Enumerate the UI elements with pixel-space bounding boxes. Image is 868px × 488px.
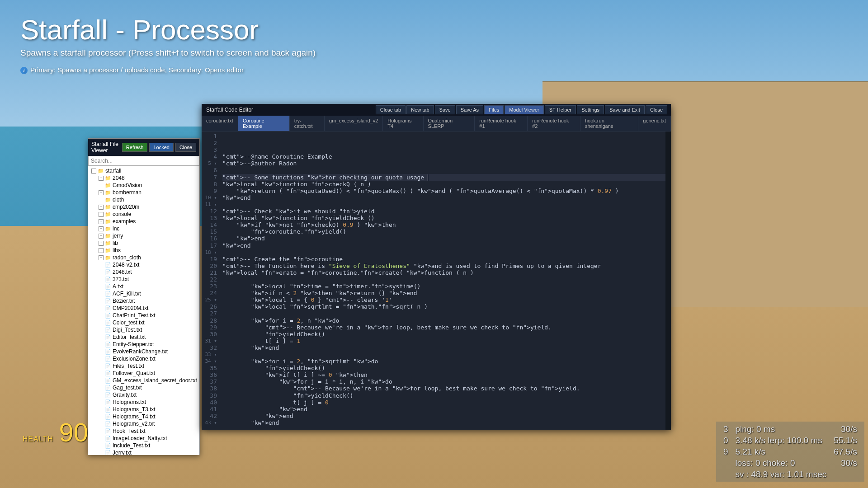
file-node[interactable]: 📄Holograms_T3.txt [90, 406, 198, 413]
file-node[interactable]: 📄Include_Test.txt [90, 442, 198, 449]
close-button[interactable]: Close [175, 143, 196, 152]
file-node[interactable]: 📄Jerry.txt [90, 449, 198, 455]
file-node[interactable]: 📄Digi_Test.txt [90, 326, 198, 333]
expand-icon[interactable]: + [99, 248, 104, 253]
folder-icon: 📁 [105, 240, 111, 246]
minimap[interactable] [665, 131, 671, 430]
folder-icon: 📁 [105, 226, 111, 232]
folder-icon: 📁 [105, 204, 111, 210]
expand-icon[interactable]: + [99, 212, 104, 217]
tab-holograms-t4[interactable]: Holograms T4 [383, 116, 423, 131]
folder-node[interactable]: +📁examples [90, 218, 198, 225]
folder-node[interactable]: 📁GmodVision [90, 182, 198, 189]
file-node[interactable]: 📄Gravity.txt [90, 391, 198, 399]
toolbar-save[interactable]: Save [435, 105, 455, 114]
tab-hook-run-shenanigans[interactable]: hook.run shenanigans [580, 116, 638, 131]
toolbar-save-and-exit[interactable]: Save and Exit [605, 105, 645, 114]
toolbar-save-as[interactable]: Save As [456, 105, 483, 114]
file-node[interactable]: 📄Holograms_T4.txt [90, 413, 198, 420]
folder-icon: 📁 [105, 197, 111, 203]
file-node[interactable]: 📄GM_excess_island_secret_door.txt [90, 377, 198, 384]
folder-node[interactable]: +📁lib [90, 239, 198, 247]
file-viewer-titlebar[interactable]: Starfall File Viewer Refresh Locked Clos… [88, 139, 199, 156]
file-node[interactable]: 📄2048.txt [90, 268, 198, 276]
file-node[interactable]: 📄ImageLoader_Natty.txt [90, 435, 198, 442]
folder-node[interactable]: +📁2048 [90, 174, 198, 182]
folder-node[interactable]: +📁bomberman [90, 189, 198, 196]
file-node[interactable]: 📄373.txt [90, 276, 198, 283]
editor-titlebar[interactable]: Starfall Code Editor Close tabNew tabSav… [202, 104, 671, 116]
file-node[interactable]: 📄Holograms_v2.txt [90, 420, 198, 427]
toolbar-sf-helper[interactable]: SF Helper [545, 105, 576, 114]
file-tree[interactable]: -📁starfall+📁2048📁GmodVision+📁bomberman📁c… [88, 166, 199, 455]
folder-node[interactable]: +📁cmp2020m [90, 203, 198, 211]
file-node[interactable]: 📄ACF_Kill.txt [90, 290, 198, 297]
expand-icon[interactable]: + [99, 205, 104, 210]
file-node[interactable]: 📄A.txt [90, 283, 198, 290]
file-node[interactable]: 📄CMP2020M.txt [90, 305, 198, 312]
file-node[interactable]: 📄Editor_test.txt [90, 333, 198, 341]
tree-label: Files_Test.txt [113, 363, 144, 369]
expand-icon[interactable]: + [99, 234, 104, 239]
tab-runremote-hook-1[interactable]: runRemote hook #1 [475, 116, 528, 131]
tab-try-catch-txt[interactable]: try-catch.txt [290, 116, 325, 131]
tab-runremote-hook-2[interactable]: runRemote hook #2 [528, 116, 580, 131]
editor-body[interactable]: 12345 ▾678910 ▾11 ▾12131415161718 ▾19202… [202, 131, 671, 430]
file-icon: 📄 [105, 414, 111, 420]
file-node[interactable]: 📄Gag_test.txt [90, 384, 198, 391]
expand-icon[interactable]: + [99, 176, 104, 181]
file-node[interactable]: 📄Holograms.txt [90, 399, 198, 406]
file-node[interactable]: 📄Entity-Stepper.txt [90, 341, 198, 348]
search-input[interactable] [88, 156, 199, 166]
tab-coroutine-txt[interactable]: coroutine.txt [202, 116, 238, 131]
file-node[interactable]: 📄ExclusionZone.txt [90, 355, 198, 362]
expand-icon[interactable]: + [99, 241, 104, 246]
folder-node[interactable]: +📁libs [90, 247, 198, 254]
expand-icon[interactable]: + [99, 226, 104, 231]
folder-node[interactable]: +📁console [90, 211, 198, 218]
folder-node[interactable]: +📁inc [90, 225, 198, 232]
file-node[interactable]: 📄ChatPrint_Test.txt [90, 312, 198, 319]
tab-generic-txt[interactable]: generic.txt [638, 116, 671, 131]
netgraph-cell: 5.21 k/s [732, 446, 830, 457]
code-area[interactable]: "cmt">--@name Coroutine Example"cmt">--@… [220, 131, 671, 430]
folder-node[interactable]: -📁starfall [90, 167, 198, 174]
expand-icon[interactable]: + [99, 255, 104, 260]
expand-icon[interactable]: + [99, 219, 104, 224]
tree-label: ChatPrint_Test.txt [113, 312, 156, 319]
file-node[interactable]: 📄2048-v2.txt [90, 261, 198, 268]
file-icon: 📄 [105, 269, 111, 275]
tab-quaternion-slerp[interactable]: Quaternion SLERP [424, 116, 475, 131]
toolbar-settings[interactable]: Settings [577, 105, 604, 114]
refresh-button[interactable]: Refresh [122, 143, 148, 152]
file-node[interactable]: 📄Hook_Test.txt [90, 427, 198, 435]
tab-coroutine-example[interactable]: Coroutine Example [238, 116, 290, 131]
file-node[interactable]: 📄Bezier.txt [90, 297, 198, 305]
tree-label: Holograms.txt [113, 399, 146, 405]
folder-node[interactable]: +📁radon_cloth [90, 254, 198, 261]
file-node[interactable]: 📄Files_Test.txt [90, 362, 198, 370]
folder-node[interactable]: +📁jerry [90, 232, 198, 239]
tree-label: inc [113, 225, 119, 232]
toolbar-new-tab[interactable]: New tab [406, 105, 434, 114]
locked-button[interactable]: Locked [149, 143, 173, 152]
file-node[interactable]: 📄Follower_Quat.txt [90, 370, 198, 377]
tree-label: Color_test.txt [113, 319, 145, 326]
expand-icon[interactable]: - [91, 169, 96, 174]
file-node[interactable]: 📄Color_test.txt [90, 319, 198, 326]
netgraph-cell: 55.1/s [830, 435, 861, 446]
expand-icon[interactable]: + [99, 190, 104, 195]
netgraph-cell: 67.5/s [830, 446, 861, 457]
folder-node[interactable]: 📁cloth [90, 196, 198, 203]
expand-icon [99, 284, 104, 289]
netgraph: 3ping: 0 ms30/s03.48 k/s lerp: 100.0 ms5… [716, 422, 864, 482]
toolbar-files[interactable]: Files [484, 105, 504, 114]
toolbar-close[interactable]: Close [646, 105, 667, 114]
line-gutter: 12345 ▾678910 ▾11 ▾12131415161718 ▾19202… [202, 131, 220, 430]
toolbar-close-tab[interactable]: Close tab [376, 105, 406, 114]
tab-gm-excess-island-v2[interactable]: gm_excess_island_v2 [325, 116, 383, 131]
netgraph-cell [830, 469, 861, 480]
netgraph-cell: loss: 0 choke: 0 [732, 457, 830, 469]
toolbar-model-viewer[interactable]: Model Viewer [505, 105, 543, 114]
file-node[interactable]: 📄EvolveRankChange.txt [90, 348, 198, 355]
